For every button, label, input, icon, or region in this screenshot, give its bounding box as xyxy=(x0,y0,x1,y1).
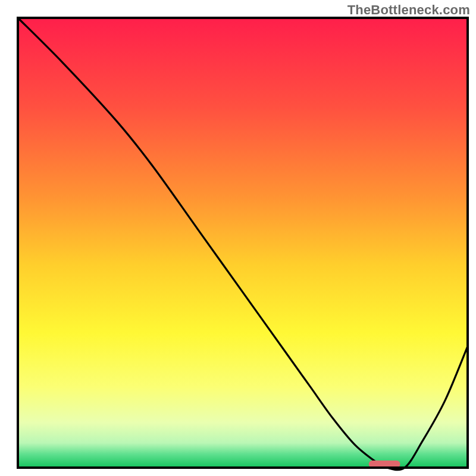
bottleneck-chart xyxy=(0,0,476,476)
chart-container: TheBottleneck.com xyxy=(0,0,476,476)
